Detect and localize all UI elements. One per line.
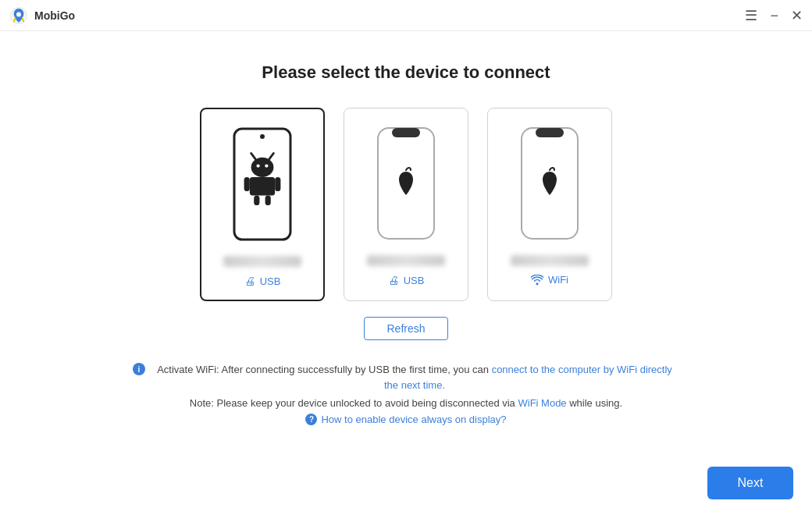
app-logo <box>9 6 28 25</box>
svg-rect-17 <box>536 128 564 137</box>
next-button[interactable]: Next <box>707 467 793 499</box>
wifi-icon <box>531 275 543 286</box>
help-link[interactable]: ? How to enable device always on display… <box>133 414 679 425</box>
usb-icon-ios: 🖨 <box>388 274 399 286</box>
device-name-android <box>223 256 301 267</box>
info-icon: i <box>133 363 145 375</box>
app-name: MobiGo <box>34 9 75 22</box>
refresh-button[interactable]: Refresh <box>364 317 447 340</box>
minimize-button[interactable]: − <box>770 9 778 23</box>
title-bar-left: MobiGo <box>9 6 75 25</box>
svg-rect-13 <box>265 195 271 205</box>
conn-label-ios-usb: USB <box>404 275 425 286</box>
conn-type-ios-wifi: WiFi <box>531 274 568 286</box>
conn-label-android: USB <box>260 275 281 287</box>
main-content: Please select the device to connect <box>0 31 812 425</box>
svg-point-7 <box>256 164 259 167</box>
page-title: Please select the device to connect <box>262 62 550 83</box>
device-name-ios-wifi <box>511 255 589 266</box>
conn-type-android-usb: 🖨 USB <box>244 275 281 287</box>
svg-rect-10 <box>244 177 250 191</box>
svg-point-1 <box>16 12 21 16</box>
svg-rect-15 <box>392 128 420 137</box>
info-line: i Activate WiFi: After connecting succes… <box>133 362 679 392</box>
note-line: Note: Please keep your device unlocked t… <box>133 397 679 409</box>
device-name-ios-usb <box>367 255 445 266</box>
device-cards: 🖨 USB 🖨 USB <box>200 108 612 301</box>
device-card-ios-wifi[interactable]: WiFi <box>487 108 612 301</box>
help-link-text[interactable]: How to enable device always on display? <box>321 414 506 425</box>
usb-icon-android: 🖨 <box>244 275 255 287</box>
device-card-android-usb[interactable]: 🖨 USB <box>200 108 325 301</box>
phone-illustration-android <box>227 122 297 247</box>
info-section: i Activate WiFi: After connecting succes… <box>133 362 679 425</box>
device-card-ios-usb[interactable]: 🖨 USB <box>344 108 468 301</box>
title-bar-controls: ☰ − ✕ <box>745 9 803 23</box>
conn-label-ios-wifi: WiFi <box>548 274 568 286</box>
info-text: Activate WiFi: After connecting successf… <box>150 362 679 392</box>
hamburger-icon[interactable]: ☰ <box>745 9 757 23</box>
close-button[interactable]: ✕ <box>791 9 803 23</box>
help-icon: ? <box>305 414 317 425</box>
phone-illustration-ios-usb <box>371 121 441 246</box>
title-bar: MobiGo ☰ − ✕ <box>0 0 812 31</box>
svg-rect-11 <box>275 177 280 191</box>
phone-illustration-ios-wifi <box>515 121 585 246</box>
svg-rect-12 <box>254 195 259 205</box>
conn-type-ios-usb: 🖨 USB <box>388 274 425 286</box>
svg-rect-9 <box>250 177 275 195</box>
svg-point-8 <box>265 164 268 167</box>
svg-point-3 <box>260 134 265 139</box>
svg-point-4 <box>251 158 274 177</box>
